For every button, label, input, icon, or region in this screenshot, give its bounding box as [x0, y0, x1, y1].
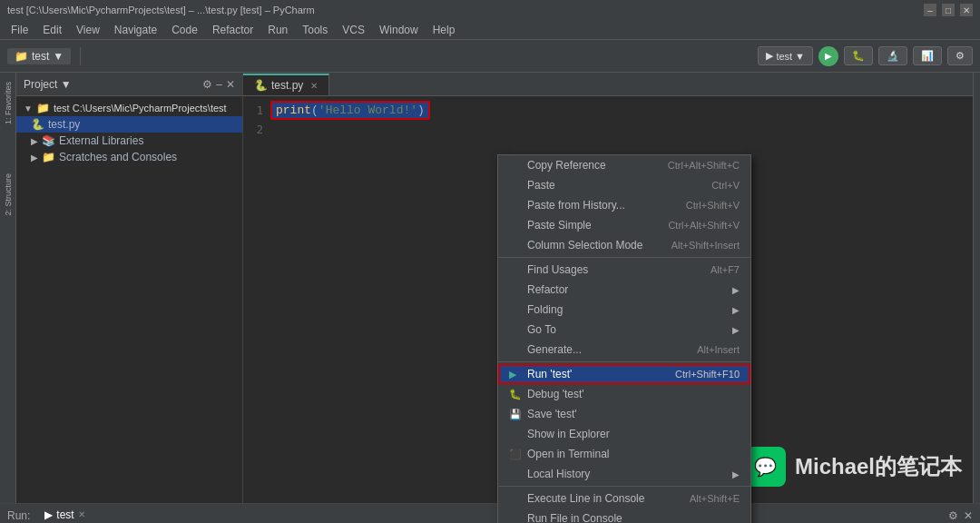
- ctx-open-terminal[interactable]: ⬛Open in Terminal: [498, 444, 750, 464]
- ctx-save-test-label: Save 'test': [527, 408, 577, 420]
- run-close-icon[interactable]: ✕: [964, 509, 973, 522]
- ctx-paste-simple[interactable]: Paste Simple Ctrl+Alt+Shift+V: [498, 215, 750, 235]
- menu-vcs[interactable]: VCS: [335, 22, 372, 38]
- ctx-refactor[interactable]: Refactor ▶: [498, 280, 750, 300]
- ctx-column-selection[interactable]: Column Selection Mode Alt+Shift+Insert: [498, 235, 750, 255]
- ctx-run-file-console[interactable]: Run File in Console: [498, 508, 750, 523]
- ctx-execute-shortcut: Alt+Shift+E: [690, 493, 740, 504]
- run-config-selector[interactable]: ▶ test ▼: [758, 46, 813, 65]
- run-button[interactable]: ▶: [818, 46, 838, 66]
- panel-minus-icon[interactable]: –: [216, 78, 222, 91]
- ctx-generate-shortcut: Alt+Insert: [697, 344, 740, 355]
- run-panel-header: Run: ▶ test ✕ ⚙ ✕: [0, 504, 980, 523]
- project-selector[interactable]: 📁 test ▼: [7, 48, 71, 64]
- run-settings-icon[interactable]: ⚙: [948, 509, 958, 522]
- editor-scrollbar[interactable]: [973, 73, 980, 503]
- code-highlighted: print('Hello World!'): [270, 101, 430, 120]
- title-bar: test [C:\Users\Mic\PycharmProjects\test]…: [0, 0, 980, 20]
- tab-label: test.py: [271, 79, 303, 92]
- project-dropdown-icon: ▼: [53, 50, 64, 63]
- ctx-execute-line[interactable]: Execute Line in Console Alt+Shift+E: [498, 488, 750, 508]
- ctx-paste-hist-shortcut: Ctrl+Shift+V: [686, 200, 740, 211]
- panel-close-icon[interactable]: ✕: [226, 78, 235, 91]
- run-config-arrow: ▼: [795, 51, 805, 62]
- ctx-find-usages[interactable]: Find Usages Alt+F7: [498, 260, 750, 280]
- ctx-paste[interactable]: Paste Ctrl+V: [498, 175, 750, 195]
- tree-arrow-scratches: ▶: [31, 153, 38, 163]
- ctx-find-shortcut: Alt+F7: [710, 264, 740, 275]
- project-panel: Project ▼ ⚙ – ✕ ▼ 📁 test C:\Users\Mic\Py…: [16, 73, 243, 503]
- tab-2-structure[interactable]: 2: Structure: [2, 168, 15, 222]
- ctx-local-history-label: Local History: [527, 468, 590, 480]
- panel-gear-icon[interactable]: ⚙: [202, 78, 212, 91]
- ctx-local-history[interactable]: Local History ▶: [498, 464, 750, 484]
- ctx-folding[interactable]: Folding ▶: [498, 300, 750, 320]
- panel-actions[interactable]: ⚙ – ✕: [202, 78, 235, 91]
- editor-area: 🐍 test.py ✕ 1 print('Hello World!') 2: [243, 73, 973, 503]
- toolbar: 📁 test ▼ ▶ test ▼ ▶ 🐛 🔬 📊 ⚙: [0, 40, 980, 73]
- menu-edit[interactable]: Edit: [35, 22, 69, 38]
- menu-refactor[interactable]: Refactor: [205, 22, 260, 38]
- tree-test-py[interactable]: 🐍 test.py: [16, 116, 242, 133]
- menu-file[interactable]: File: [4, 22, 35, 38]
- ctx-debug-test[interactable]: 🐛Debug 'test': [498, 384, 750, 404]
- minimize-btn[interactable]: –: [924, 4, 936, 16]
- ctx-generate[interactable]: Generate... Alt+Insert: [498, 340, 750, 360]
- code-paren-open: (: [311, 104, 318, 117]
- ctx-column-selection-label: Column Selection Mode: [527, 239, 642, 252]
- tree-root[interactable]: ▼ 📁 test C:\Users\Mic\PycharmProjects\te…: [16, 100, 242, 116]
- toolbar-separator: [80, 47, 81, 65]
- menu-navigate[interactable]: Navigate: [107, 22, 164, 38]
- tab-1-favorites[interactable]: 1: Favorites: [2, 76, 15, 130]
- menu-view[interactable]: View: [69, 22, 107, 38]
- ctx-goto-label: Go To: [527, 323, 556, 336]
- tab-close[interactable]: ✕: [310, 81, 318, 91]
- window-controls[interactable]: – □ ✕: [924, 4, 973, 16]
- ctx-run-file-label: Run File in Console: [527, 512, 622, 523]
- watermark: 💬 Michael的笔记本: [746, 447, 962, 487]
- menu-window[interactable]: Window: [372, 22, 426, 38]
- ctx-copy-reference[interactable]: Copy Reference Ctrl+Alt+Shift+C: [498, 155, 750, 175]
- ctx-paste-label: Paste: [527, 179, 555, 192]
- panel-header: Project ▼ ⚙ – ✕: [16, 73, 242, 96]
- ctx-debug-test-label: Debug 'test': [527, 388, 584, 400]
- run-panel: Run: ▶ test ✕ ⚙ ✕ ▶ ■ ↺ ↓ 📌 C:\ProgramDa…: [0, 503, 980, 523]
- ctx-col-sel-shortcut: Alt+Shift+Insert: [671, 240, 740, 251]
- ctx-open-terminal-label: Open in Terminal: [527, 448, 610, 460]
- debug-button[interactable]: 🐛: [844, 46, 873, 65]
- menu-help[interactable]: Help: [426, 22, 463, 38]
- wechat-icon: 💬: [754, 456, 777, 478]
- context-menu[interactable]: Copy Reference Ctrl+Alt+Shift+C Paste Ct…: [497, 154, 751, 523]
- close-btn[interactable]: ✕: [960, 4, 973, 16]
- menu-code[interactable]: Code: [164, 22, 205, 38]
- tree-external-libs[interactable]: ▶ 📚 External Libraries: [16, 133, 242, 149]
- editor-tab-testpy[interactable]: 🐍 test.py ✕: [243, 74, 329, 95]
- tree-scratches[interactable]: ▶ 📁 Scratches and Consoles: [16, 149, 242, 165]
- ctx-paste-history[interactable]: Paste from History... Ctrl+Shift+V: [498, 195, 750, 215]
- run-tab-close[interactable]: ✕: [78, 509, 85, 519]
- ctx-find-usages-label: Find Usages: [527, 263, 588, 276]
- tree-arrow-root: ▼: [24, 104, 33, 113]
- settings-button[interactable]: ⚙: [947, 46, 973, 65]
- ctx-show-explorer[interactable]: Show in Explorer: [498, 424, 750, 444]
- ctx-sep-1: [498, 257, 750, 258]
- watermark-text: Michael的笔记本: [795, 452, 962, 481]
- ctx-save-test[interactable]: 💾Save 'test': [498, 404, 750, 424]
- ctx-run-icon: ▶: [509, 369, 524, 380]
- editor-content[interactable]: 1 print('Hello World!') 2 Copy Reference…: [243, 96, 973, 503]
- menu-tools[interactable]: Tools: [295, 22, 335, 38]
- ctx-generate-label: Generate...: [527, 343, 582, 356]
- ctx-sep-2: [498, 361, 750, 362]
- maximize-btn[interactable]: □: [942, 4, 955, 16]
- code-print: print: [276, 104, 311, 117]
- coverage-button[interactable]: 🔬: [878, 46, 907, 65]
- tree-test-py-label: test.py: [48, 118, 80, 131]
- ctx-goto[interactable]: Go To ▶: [498, 320, 750, 340]
- run-tab-test[interactable]: ▶ test ✕: [37, 506, 92, 524]
- code-string: 'Hello World!': [318, 104, 417, 117]
- ctx-save-icon: 💾: [509, 409, 524, 420]
- menu-run[interactable]: Run: [260, 22, 295, 38]
- profile-button[interactable]: 📊: [913, 46, 942, 65]
- tab-py-icon: 🐍: [254, 79, 268, 92]
- ctx-run-test[interactable]: ▶Run 'test' Ctrl+Shift+F10: [498, 364, 750, 384]
